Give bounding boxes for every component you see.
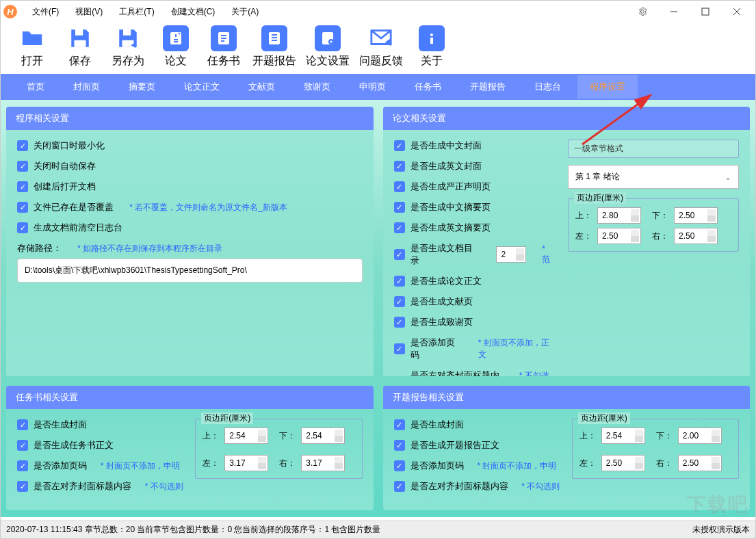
checkbox[interactable] (394, 222, 405, 233)
label: 论文设置 (306, 54, 350, 68)
menu-file[interactable]: 文件(F) (24, 6, 67, 18)
checkbox[interactable] (394, 249, 405, 260)
menu-view[interactable]: 视图(V) (67, 6, 111, 18)
toolbar-open[interactable]: 打开 (13, 25, 51, 68)
note: * 不勾选则 (145, 481, 183, 492)
label: 保存 (69, 54, 91, 68)
maximize-button[interactable] (690, 1, 721, 23)
tab-program-settings[interactable]: 程序设置 (577, 75, 638, 98)
check-label: 关闭时自动保存 (34, 160, 96, 172)
check-label: 是否生成中文摘要页 (410, 201, 491, 213)
checkbox[interactable] (17, 419, 28, 430)
check-label: 是否生成任务书正文 (34, 439, 114, 451)
toolbar-save[interactable]: 保存 (61, 25, 99, 68)
path-label: 存储路径： (17, 242, 62, 254)
panel-header: 程序相关设置 (6, 107, 374, 130)
checkbox[interactable] (17, 161, 28, 172)
margin-title: 页边距(厘米) (574, 192, 626, 204)
panel-proposal: 开题报告相关设置 是否生成封面 是否生成开题报告正文 是否添加页码 * 封面页不… (383, 386, 751, 510)
tab-body[interactable]: 论文正文 (172, 75, 232, 98)
storage-path-input[interactable]: D:\tools\桌面\下载吧\xhlwpb3601\ThesisTypeset… (17, 259, 363, 282)
tab-thanks[interactable]: 致谢页 (291, 75, 343, 98)
checkbox[interactable] (394, 161, 405, 172)
label: 上： (203, 430, 219, 442)
toolbar-proposal[interactable]: 开题报告 (252, 25, 296, 68)
label: 右： (652, 231, 668, 242)
margin-left-input[interactable]: 3.17 (224, 455, 268, 471)
checkbox[interactable] (394, 419, 405, 430)
settings-icon[interactable] (627, 1, 658, 23)
status-right: 未授权演示版本 (692, 524, 750, 536)
margin-top-input[interactable]: 2.80 (597, 207, 641, 224)
checkbox[interactable] (394, 296, 405, 307)
note: * 范 (542, 244, 556, 265)
main-content: 程序相关设置 关闭窗口时最小化 关闭时自动保存 创建后打开文档 文件已存在是否覆… (1, 100, 755, 517)
toolbar-task[interactable]: 任务书 (205, 25, 243, 68)
margin-bottom-input[interactable]: 2.54 (301, 428, 345, 444)
close-button[interactable] (721, 1, 753, 23)
check-label: 是否生成文档目录 (410, 242, 481, 267)
chapter-format-select[interactable]: 第 1 章 绪论⌄ (568, 165, 739, 189)
margin-top-input[interactable]: 2.54 (224, 428, 268, 444)
toolbar-feedback[interactable]: 问题反馈 (359, 25, 403, 68)
margin-bottom-input[interactable]: 2.50 (674, 207, 718, 224)
margin-left-input[interactable]: 2.50 (601, 455, 645, 471)
checkbox[interactable] (394, 140, 405, 151)
toolbar-saveas[interactable]: 另存为 (109, 25, 147, 68)
main-toolbar: 打开 保存 另存为 论文 任务书 开题报告 论文设置 问题反馈 关于 (1, 23, 755, 74)
check-label: 是否生成严正声明页 (410, 181, 491, 193)
checkbox[interactable] (17, 460, 28, 471)
chapter-format-label: 一级章节格式 (568, 140, 739, 158)
tab-proposal[interactable]: 开题报告 (458, 75, 518, 98)
check-label: 是否生成封面 (34, 419, 87, 431)
label: 上： (575, 210, 592, 222)
checkbox[interactable] (17, 222, 28, 233)
dir-depth-spinner[interactable]: 2 (496, 246, 526, 263)
tab-home[interactable]: 首页 (14, 75, 57, 98)
margin-bottom-input[interactable]: 2.00 (678, 428, 722, 444)
checkbox[interactable] (17, 140, 28, 151)
checkbox[interactable] (394, 317, 405, 328)
label: 右： (279, 458, 296, 469)
minimize-button[interactable] (658, 1, 690, 23)
toolbar-thesis[interactable]: 论文 (157, 25, 195, 68)
label: 左： (579, 458, 596, 469)
menu-create[interactable]: 创建文档(C) (163, 6, 224, 18)
checkbox[interactable] (17, 202, 28, 213)
checkbox[interactable] (394, 343, 405, 354)
tab-declare[interactable]: 申明页 (347, 75, 398, 98)
margin-left-input[interactable]: 2.50 (597, 228, 641, 244)
check-label: 是否生成封面 (410, 419, 464, 431)
margin-top-input[interactable]: 2.54 (601, 428, 645, 444)
svg-rect-10 (430, 38, 433, 44)
margin-right-input[interactable]: 2.50 (674, 228, 718, 244)
checkbox[interactable] (17, 440, 28, 451)
checkbox[interactable] (17, 481, 28, 492)
check-note: * 若不覆盖，文件则命名为原文件名_新版本 (129, 202, 287, 213)
check-label: 生成文档前清空日志台 (34, 222, 122, 234)
checkbox[interactable] (394, 181, 405, 192)
toolbar-about[interactable]: 关于 (413, 25, 451, 68)
panel-header: 任务书相关设置 (6, 386, 374, 409)
panel-header: 开题报告相关设置 (383, 386, 751, 409)
checkbox[interactable] (17, 181, 28, 192)
tab-task[interactable]: 任务书 (402, 75, 454, 98)
tab-log[interactable]: 日志台 (522, 75, 573, 98)
checkbox[interactable] (394, 460, 405, 471)
label: 任务书 (207, 54, 240, 68)
margin-right-input[interactable]: 3.17 (301, 455, 345, 471)
checkbox[interactable] (394, 440, 405, 451)
toolbar-thesis-settings[interactable]: 论文设置 (306, 25, 350, 68)
label: 打开 (21, 54, 43, 68)
tab-refs[interactable]: 文献页 (236, 75, 287, 98)
check-label: 是否生成论文正文 (410, 275, 482, 287)
checkbox[interactable] (394, 481, 405, 492)
menu-about[interactable]: 关于(A) (223, 6, 267, 18)
menu-toolbar[interactable]: 工具栏(T) (111, 6, 162, 18)
margin-right-input[interactable]: 2.50 (678, 455, 722, 471)
checkbox[interactable] (394, 202, 405, 213)
checkbox[interactable] (394, 276, 405, 287)
label: 下： (652, 210, 668, 222)
tab-abstract[interactable]: 摘要页 (116, 75, 168, 98)
tab-cover[interactable]: 封面页 (61, 75, 112, 98)
